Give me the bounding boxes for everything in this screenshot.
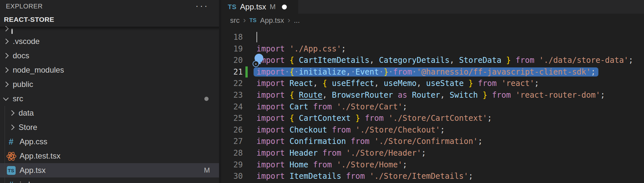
tree-item-label: App.test.tsx <box>20 151 60 161</box>
gutter <box>243 31 256 43</box>
tree-item-label: docs <box>13 51 29 60</box>
modified-dot-badge <box>204 97 209 101</box>
typescript-icon: TS <box>228 3 237 11</box>
code-line-26[interactable]: 26 import Checkout from './Store/Checkou… <box>221 124 644 136</box>
line-number: 30 <box>221 172 243 181</box>
line-number: 21 <box>221 67 243 77</box>
chevron-right-icon[interactable] <box>3 67 9 73</box>
code-text: import Cart from './Store/Cart'; <box>256 102 407 111</box>
code-text: import Home from './Store/Home'; <box>256 160 407 169</box>
tree-scroll-shadow <box>0 27 219 31</box>
indent-guide <box>5 149 5 163</box>
line-number: 22 <box>221 79 243 88</box>
chevron-right-icon[interactable] <box>9 125 15 130</box>
sidebar-editor-divider[interactable] <box>219 0 221 183</box>
project-section-header[interactable]: REACT-STORE <box>4 16 54 23</box>
code-line-20[interactable]: 20 import { CartItemDetails, CategoryDet… <box>221 54 644 66</box>
tree-item-src[interactable]: src <box>0 92 219 106</box>
breadcrumb-item-src[interactable]: src <box>230 16 240 25</box>
code-line-18[interactable]: 18 <box>221 31 644 43</box>
tree-item-label: src <box>13 94 23 103</box>
code-line-19[interactable]: 19 import './App.css'; <box>221 43 644 55</box>
code-line-27[interactable]: 27 import Confirmation from './Store/Con… <box>221 135 644 147</box>
indent-guide <box>5 134 5 149</box>
tree-item-data[interactable]: data <box>0 106 219 120</box>
tree-item-node-modules[interactable]: node_modules <box>0 63 219 77</box>
more-actions-ellipsis-icon[interactable]: ··· <box>196 0 209 12</box>
tab-app-tsx[interactable]: TS App.tsx M <box>221 0 298 14</box>
code-line-25[interactable]: 25 import { CartContext } from './Store/… <box>221 112 644 124</box>
code-text: import Confirmation from './Store/Confir… <box>256 137 483 146</box>
breadcrumb-symbol-ellipsis[interactable]: ... <box>294 16 300 25</box>
breadcrumb-item-file[interactable]: App.tsx <box>260 16 284 25</box>
gutter <box>243 112 256 124</box>
gutter <box>243 147 256 159</box>
typescript-icon: TS <box>249 17 256 24</box>
tree-item-label: App.css <box>20 137 47 146</box>
tree-item-app-test-tsx[interactable]: App.test.tsx <box>0 149 219 163</box>
chevron-down-icon[interactable] <box>3 95 9 101</box>
css-hash-icon: # <box>9 180 13 183</box>
typescript-icon: TS <box>7 166 16 175</box>
code-text: import { CartContext } from './Store/Car… <box>256 114 492 123</box>
css-hash-icon: # <box>9 137 13 147</box>
code-text: import·{·initialize,·Event·}·from·'@harn… <box>254 67 598 77</box>
file-icon <box>6 151 16 161</box>
line-number: 23 <box>221 91 243 100</box>
gutter <box>243 170 256 182</box>
code-line-22[interactable]: 22 import React, { useEffect, useMemo, u… <box>221 77 644 89</box>
code-text: import './App.css'; <box>256 44 346 53</box>
tree-item-store[interactable]: Store <box>0 120 219 134</box>
code-text: import Checkout from './Store/Checkout'; <box>256 125 445 134</box>
indent-guide <box>5 177 5 183</box>
explorer-title: EXPLORER <box>6 3 43 10</box>
tree-item-public[interactable]: public <box>0 77 219 92</box>
chevron-right-icon[interactable] <box>9 110 15 116</box>
line-number: 25 <box>221 114 243 123</box>
line-number: 27 <box>221 137 243 146</box>
tree-item-label: data <box>19 108 34 118</box>
tree-item-label: index.css <box>20 180 52 183</box>
chevron-right-icon[interactable] <box>3 39 9 44</box>
code-line-21[interactable]: 21 import·{·initialize,·Event·}·from·'@h… <box>221 66 644 78</box>
gutter <box>243 135 256 147</box>
explorer-panel: EXPLORER ··· REACT-STORE .vscode docs no… <box>0 0 219 183</box>
breadcrumb: src › TS App.tsx › ... <box>221 14 644 27</box>
code-text: import ItemDetails from './Store/ItemDet… <box>256 172 473 181</box>
chevron-right-icon[interactable] <box>3 53 9 59</box>
code-line-30[interactable]: 30 import ItemDetails from './Store/Item… <box>221 170 644 182</box>
indent-guide <box>5 163 5 177</box>
tree-item--vscode[interactable]: .vscode <box>0 34 219 49</box>
gutter <box>243 159 256 171</box>
indent-guide <box>5 106 5 120</box>
line-number: 19 <box>221 44 243 53</box>
tree-item-docs[interactable]: docs <box>0 49 219 63</box>
code-line-23[interactable]: 23 import { Route, BrowserRouter as Rout… <box>221 89 644 101</box>
tree-item-label: .vscode <box>13 37 40 46</box>
tree-item-label: node_modules <box>13 65 64 75</box>
dirty-indicator-dot[interactable] <box>282 5 287 9</box>
gutter <box>243 89 256 101</box>
gutter <box>243 101 256 113</box>
line-number: 29 <box>221 160 243 169</box>
text-cursor <box>256 32 257 42</box>
git-added-gutter-bar <box>245 66 248 77</box>
code-text: import { CartItemDetails, CategoryDetail… <box>256 56 633 65</box>
line-number: 20 <box>221 56 243 65</box>
copilot-lightbulb-sparkle-icon[interactable]: ★ <box>253 54 265 67</box>
code-line-28[interactable]: 28 import Header from './Store/Header'; <box>221 147 644 159</box>
tree-item-app-css[interactable]: # App.css <box>0 134 219 149</box>
chevron-right-icon[interactable] <box>3 82 9 87</box>
tree-item-label: Store <box>19 123 37 132</box>
line-number: 24 <box>221 102 243 111</box>
tree-item-app-tsx[interactable]: TS App.tsx M <box>0 163 219 177</box>
gutter <box>243 124 256 136</box>
code-line-29[interactable]: 29 import Home from './Store/Home'; <box>221 159 644 171</box>
git-modified-badge: M <box>204 166 210 175</box>
code-editor[interactable]: 18 19 import './App.css'; 20 import { Ca… <box>221 27 644 183</box>
tree-item-label: public <box>13 80 33 89</box>
tree-item-index-css[interactable]: # index.css <box>0 177 219 183</box>
code-line-24[interactable]: 24 import Cart from './Store/Cart'; <box>221 101 644 113</box>
code-text: import Header from './Store/Header'; <box>256 148 426 158</box>
gutter <box>243 77 256 89</box>
